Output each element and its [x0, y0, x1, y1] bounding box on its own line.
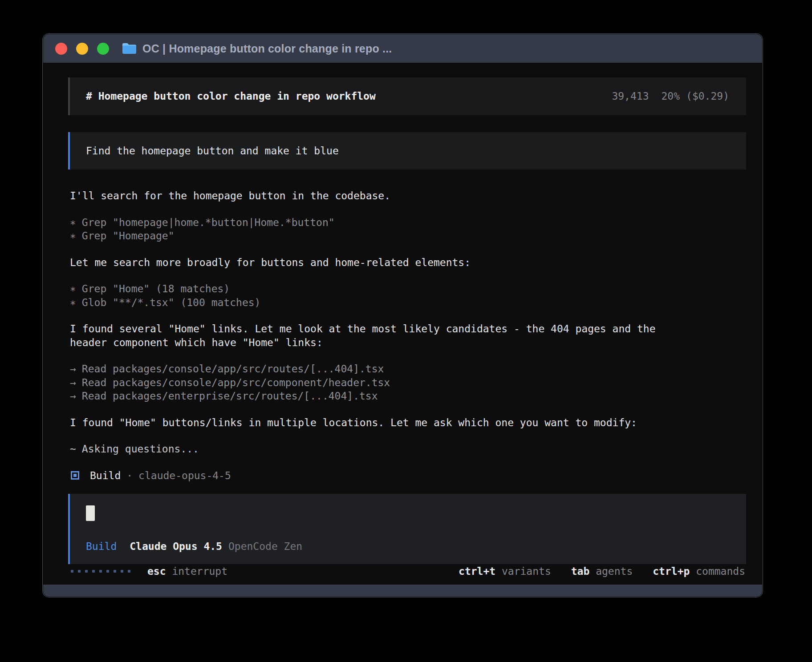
session-header: # Homepage button color change in repo w… [68, 77, 746, 115]
arrow-right-icon: → [70, 377, 76, 388]
tab-key: tab [571, 565, 590, 577]
text-cursor [86, 505, 95, 521]
tool-call-glob: ∗Glob "**/*.tsx" (100 matches) [70, 296, 746, 310]
esc-label: interrupt [172, 565, 227, 577]
input-meta: Build Claude Opus 4.5 OpenCode Zen [86, 540, 729, 553]
ctrl-t-key: ctrl+t [459, 565, 495, 577]
session-stats: 39,41320%($0.29) [612, 89, 729, 103]
hint-interrupt: esc interrupt [147, 565, 227, 578]
agent-square-icon [71, 471, 79, 480]
window-bottom-edge [43, 585, 762, 597]
input-agent-label: Build [86, 540, 117, 553]
ctrl-p-key: ctrl+p [653, 565, 690, 577]
tool-call-grep: ∗Grep "homepage|home.*button|Home.*butto… [70, 216, 746, 230]
commands-label: commands [696, 565, 745, 577]
close-button[interactable] [55, 43, 67, 55]
agent-name: Build [90, 469, 121, 483]
user-message-text: Find the homepage button and make it blu… [86, 145, 339, 157]
window-title: OC | Homepage button color change in rep… [142, 42, 392, 55]
terminal-window: OC | Homepage button color change in rep… [43, 34, 763, 597]
user-message: Find the homepage button and make it blu… [68, 132, 746, 170]
folder-icon [122, 42, 137, 55]
titlebar[interactable]: OC | Homepage button color change in rep… [43, 34, 762, 63]
input-provider-label: OpenCode Zen [228, 540, 302, 553]
assistant-text: I found "Home" buttons/links in multiple… [70, 416, 693, 430]
assistant-text: I'll search for the homepage button in t… [70, 189, 693, 203]
terminal-content: # Homepage button color change in repo w… [43, 63, 762, 585]
hint-commands: ctrl+p commands [653, 565, 745, 578]
prompt-input[interactable]: Build Claude Opus 4.5 OpenCode Zen [68, 494, 746, 564]
tool-pending-icon: ∗ [70, 297, 76, 308]
arrow-right-icon: → [70, 390, 76, 402]
context-percent: 20% [662, 90, 680, 102]
tool-pending-icon: ∗ [70, 283, 76, 295]
assistant-output: I'll search for the homepage button in t… [68, 189, 746, 469]
variants-label: variants [502, 565, 551, 577]
session-title: # Homepage button color change in repo w… [86, 89, 376, 103]
activity-indicator: ~Asking questions... [70, 442, 746, 456]
minimize-button[interactable] [76, 43, 88, 55]
tool-pending-icon: ∗ [70, 217, 76, 228]
tool-pending-icon: ∗ [70, 230, 76, 242]
assistant-text: Let me search more broadly for buttons a… [70, 256, 693, 270]
tool-call-read: →Read packages/enterprise/src/routes/[..… [70, 389, 746, 403]
tool-call-read: →Read packages/console/app/src/component… [70, 376, 746, 390]
agents-label: agents [596, 565, 633, 577]
input-model-label: Claude Opus 4.5 [130, 540, 222, 553]
progress-dots [71, 570, 130, 573]
tool-call-grep: ∗Grep "Homepage" [70, 229, 746, 243]
agent-status-row: Build · claude-opus-4-5 [68, 469, 746, 483]
tool-call-grep: ∗Grep "Home" (18 matches) [70, 282, 746, 296]
esc-key: esc [147, 565, 166, 577]
hint-agents: tab agents [571, 565, 633, 578]
tilde-icon: ~ [70, 443, 76, 455]
model-name: claude-opus-4-5 [138, 469, 231, 483]
assistant-text: I found several "Home" links. Let me loo… [70, 322, 693, 349]
zoom-button[interactable] [97, 43, 109, 55]
hint-variants: ctrl+t variants [459, 565, 551, 578]
session-cost: ($0.29) [686, 90, 729, 102]
tool-call-read: →Read packages/console/app/src/routes/[.… [70, 362, 746, 376]
token-count: 39,413 [612, 90, 649, 102]
arrow-right-icon: → [70, 363, 76, 375]
separator-dot: · [126, 469, 133, 483]
footer-bar: esc interrupt ctrl+t variants tab agents… [68, 564, 746, 585]
traffic-lights [55, 43, 109, 55]
